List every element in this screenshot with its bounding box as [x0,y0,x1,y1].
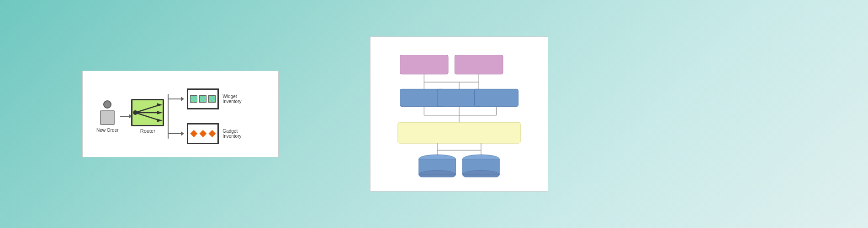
svg-line-2 [135,113,160,120]
gadget-inventory-node: GadgetInventory [187,123,241,144]
pink-box-1 [400,55,448,74]
router-label: Router [140,128,155,134]
svg-line-0 [135,105,160,113]
arch-svg [388,51,530,177]
gadget-inventory-label: GadgetInventory [222,129,241,139]
widget-icon-3 [208,95,216,103]
widget-inventory-node: WidgetInventory [187,88,241,109]
widget-inventory-label: WidgetInventory [222,94,241,104]
db-bottom-2 [463,171,500,177]
gadget-inventory-box [187,123,219,144]
router-box [131,99,164,126]
arrow-to-widget [181,97,184,101]
svg-marker-6 [157,119,163,122]
svg-point-3 [133,110,138,115]
new-order-node: New Order [96,100,118,133]
widget-icon-2 [199,95,206,103]
widget-icon-1 [190,95,197,103]
widget-inventory-box [187,88,219,109]
pink-box-2 [455,55,503,74]
new-order-box [100,110,115,125]
fork-row-widget: WidgetInventory [168,88,241,109]
blue-box-3 [475,89,519,106]
gadget-icon-1 [190,130,197,137]
svg-marker-4 [157,103,163,106]
gadget-icon-2 [199,130,206,137]
flow-diagram: New Order [82,71,279,157]
arrow-new-order-to-router [120,116,129,117]
fork-vertical-line [168,94,169,139]
new-order-circle [103,100,111,109]
router-icon [132,100,163,125]
router-node: Router [131,99,164,134]
gadget-icon-3 [208,130,216,137]
new-order-label: New Order [96,128,118,133]
arrow-to-gadget [181,131,184,136]
arch-diagram [370,36,548,192]
fork-row-gadget: GadgetInventory [168,123,241,144]
fork-top-h-line [169,98,181,99]
diagrams-container: New Order [0,36,548,192]
svg-marker-5 [157,111,163,114]
yellow-box [398,122,520,143]
db-bottom-1 [419,171,456,177]
fork-bottom-h-line [169,133,181,134]
flow-row: New Order [96,84,265,149]
